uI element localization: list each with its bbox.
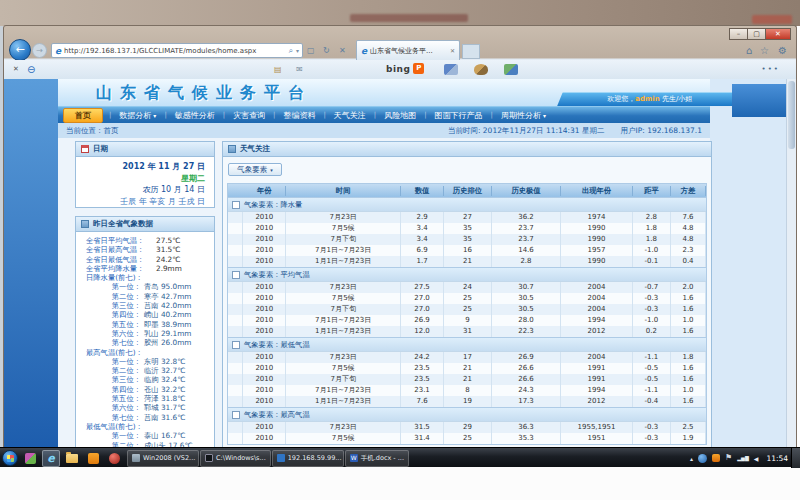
- refresh-icon[interactable]: ↻: [323, 46, 330, 55]
- forward-button[interactable]: →: [32, 43, 47, 58]
- nav-item-8[interactable]: 周期性分析▾: [493, 110, 554, 121]
- addon-icon-2[interactable]: [474, 64, 488, 75]
- table-row[interactable]: 20107月5候31.42535.31951-0.31.9: [228, 433, 706, 444]
- row-cell: 24.3: [492, 385, 561, 396]
- nav-item-0[interactable]: 首页: [63, 108, 103, 123]
- stop-icon[interactable]: ✕: [339, 46, 346, 55]
- maximize-button[interactable]: ▢: [747, 28, 766, 40]
- scrollbar-thumb[interactable]: [788, 81, 795, 149]
- more-menu-icon[interactable]: •••: [762, 65, 780, 73]
- start-button[interactable]: [2, 450, 18, 466]
- section-header-row[interactable]: 气象要素：最高气温: [228, 407, 706, 422]
- row-cell: 21: [444, 374, 492, 385]
- close-window-button[interactable]: ✕: [765, 28, 791, 40]
- nav-item-5[interactable]: 天气关注: [326, 110, 374, 121]
- table-row[interactable]: 20107月23日31.52936.31955,1951-0.32.5: [228, 422, 706, 433]
- favorites-star-icon[interactable]: ☆: [760, 45, 769, 56]
- table-row[interactable]: 20107月下旬3.43523.719901.84.8: [228, 234, 706, 245]
- rank-item: 第一位：泰山 16.7℃: [86, 431, 214, 440]
- settings-gear-icon[interactable]: ⚙: [778, 45, 787, 56]
- addon-icon-3[interactable]: [504, 64, 518, 75]
- table-row[interactable]: 20101月1日~7月23日7.61917.32012-0.41.6: [228, 396, 706, 407]
- taskbar-media-button[interactable]: [105, 450, 123, 467]
- tray-action-center-icon[interactable]: ⚑: [725, 454, 732, 462]
- row-cell: 1.8: [633, 234, 671, 245]
- page-scrollbar[interactable]: [786, 79, 796, 448]
- nav-item-3[interactable]: 灾害查询: [225, 110, 273, 121]
- url-text[interactable]: http://192.168.137.1/GLCCLIMATE/modules/…: [64, 47, 285, 55]
- compatibility-icon[interactable]: ▢: [307, 46, 315, 55]
- taskbar-ie-button[interactable]: e: [42, 450, 60, 467]
- section-header-row[interactable]: 气象要素：最低气温: [228, 337, 706, 352]
- row-cell: 30.7: [492, 282, 561, 293]
- section-checkbox[interactable]: [232, 271, 240, 279]
- minimize-button[interactable]: –: [729, 28, 748, 40]
- taskbar-explorer-button[interactable]: [63, 450, 81, 467]
- addon-icon-1[interactable]: [444, 64, 458, 75]
- table-row[interactable]: 20107月1日~7月23日26.9928.01994-1.01.0: [228, 315, 706, 326]
- table-row[interactable]: 20107月5候23.52126.61991-0.51.6: [228, 363, 706, 374]
- rdp-icon: [277, 454, 285, 462]
- new-tab-button[interactable]: [462, 44, 480, 59]
- nav-item-6[interactable]: 风险地图: [376, 110, 424, 121]
- table-row[interactable]: 20107月下旬23.52126.61991-0.51.6: [228, 374, 706, 385]
- circle-slash-icon[interactable]: ⊖: [27, 65, 35, 74]
- tab-close-icon[interactable]: ✕: [450, 47, 455, 54]
- row-cell: 2.8: [492, 256, 561, 267]
- table-row[interactable]: 20101月1日~7月23日12.03122.320120.21.6: [228, 326, 706, 337]
- table-row[interactable]: 20107月23日27.52430.72004-0.72.0: [228, 282, 706, 293]
- row-cell: [228, 444, 243, 445]
- rank-value: 莒南 42.0mm: [144, 301, 191, 310]
- search-icon[interactable]: ⌕: [289, 46, 293, 56]
- section-header-row[interactable]: 气象要素：降水量: [228, 197, 706, 212]
- table-row[interactable]: 20107月5候27.02530.52004-0.31.6: [228, 293, 706, 304]
- table-row[interactable]: 20107月23日24.21726.92004-1.11.8: [228, 352, 706, 363]
- tray-signal-icon[interactable]: ▂▅▇: [737, 455, 749, 461]
- mail-icon[interactable]: ✉: [296, 65, 303, 74]
- taskbar-window-3[interactable]: W手机.docx - ...: [345, 450, 409, 467]
- taskbar-window-1[interactable]: C:\Windows\s...: [200, 450, 271, 467]
- section-checkbox[interactable]: [232, 201, 240, 209]
- tray-security-icon[interactable]: [712, 454, 720, 462]
- section-header-row[interactable]: 气象要素：平均气温: [228, 267, 706, 282]
- cards-icon[interactable]: ▤: [274, 65, 282, 74]
- section-checkbox[interactable]: [232, 411, 240, 419]
- table-row[interactable]: 20101月1日~7月23日1.7212.81990-0.10.4: [228, 256, 706, 267]
- table-row[interactable]: 20107月1日~7月23日23.1824.31994-1.11.0: [228, 385, 706, 396]
- browser-tab[interactable]: e 山东省气候业务平... ✕: [356, 40, 460, 60]
- breadcrumb: 当前位置：首页: [66, 126, 119, 136]
- chevron-down-icon[interactable]: ▾: [296, 47, 299, 54]
- tray-network-globe-icon[interactable]: [698, 454, 707, 463]
- nav-item-7[interactable]: 图面下行产品: [427, 110, 491, 121]
- toolbar-close-icon[interactable]: ✕: [13, 65, 19, 73]
- section-checkbox[interactable]: [232, 341, 240, 349]
- back-button[interactable]: ←: [9, 39, 31, 61]
- table-row[interactable]: 20107月5候3.43523.719901.84.8: [228, 223, 706, 234]
- nav-item-2[interactable]: 敏感性分析: [167, 110, 223, 121]
- taskbar-window-2[interactable]: 192.168.59.99...: [272, 450, 344, 467]
- row-cell: 1990: [561, 223, 633, 234]
- show-desktop-button[interactable]: [791, 448, 800, 468]
- row-cell: 3.4: [401, 234, 444, 245]
- taskbar-orange-app-button[interactable]: [84, 450, 102, 467]
- table-row[interactable]: 20107月下旬27.02530.52004-0.31.6: [228, 304, 706, 315]
- tray-collapse-icon[interactable]: ▴: [690, 455, 693, 462]
- table-row[interactable]: 20107月1日~7月23日6.91614.61957-1.02.3: [228, 245, 706, 256]
- tray-speaker-icon[interactable]: ◀: [754, 455, 759, 462]
- table-row[interactable]: 20107月下旬31.42535.31951-0.31.9: [228, 444, 706, 445]
- address-bar[interactable]: e http://192.168.137.1/GLCCLIMATE/module…: [51, 43, 303, 58]
- nav-item-1[interactable]: 数据分析▾: [111, 110, 164, 121]
- taskbar-clock[interactable]: 11:54: [766, 454, 788, 463]
- row-cell: [228, 396, 243, 407]
- home-icon[interactable]: ⌂: [746, 45, 752, 56]
- bing-toolbar-logo[interactable]: bing P: [386, 63, 424, 74]
- table-row[interactable]: 20107月23日2.92736.219742.87.6: [228, 212, 706, 223]
- pinned-app-icon[interactable]: [21, 450, 39, 467]
- nav-item-4[interactable]: 整编资料: [275, 110, 323, 121]
- stat-line: 全省日最高气温：31.5℃: [86, 245, 214, 254]
- row-cell: -0.3: [633, 293, 671, 304]
- row-cell: 7月下旬: [286, 234, 401, 245]
- rank-item: 第二位：临沂 32.7℃: [86, 366, 214, 375]
- element-filter-button[interactable]: 气象要素 ▾: [228, 163, 282, 176]
- taskbar-window-0[interactable]: Win2008 (VS2...: [127, 450, 199, 467]
